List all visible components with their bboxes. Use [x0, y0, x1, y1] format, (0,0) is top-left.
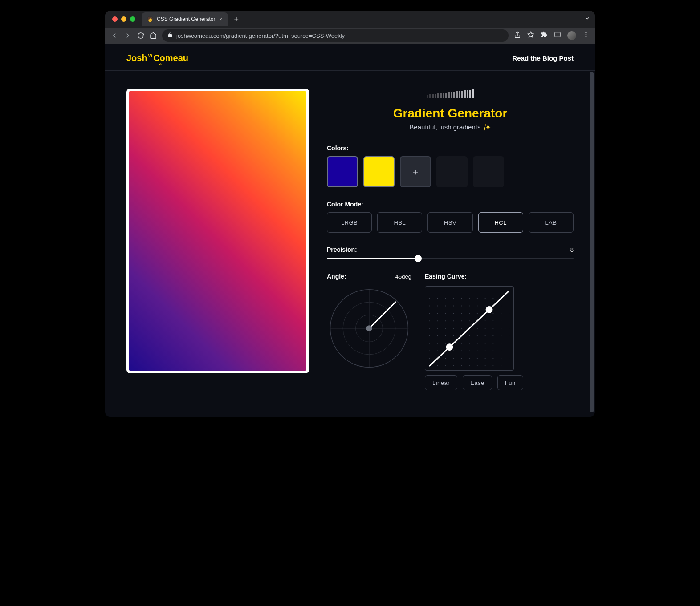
svg-point-50: [453, 313, 454, 314]
svg-point-87: [485, 335, 486, 336]
browser-window: 🧑 CSS Gradient Generator × +: [105, 11, 595, 417]
svg-point-92: [437, 343, 438, 344]
color-swatch-0[interactable]: [327, 156, 358, 187]
color-swatch-empty: [436, 156, 468, 187]
site-logo[interactable]: JoshWComeau ⌃: [126, 53, 188, 63]
window-close-button[interactable]: [112, 16, 118, 22]
svg-point-4: [586, 32, 587, 33]
extensions-icon[interactable]: [541, 31, 548, 40]
window-maximize-button[interactable]: [130, 16, 135, 22]
svg-point-36: [429, 306, 430, 307]
nav-forward-button[interactable]: [124, 32, 132, 40]
svg-point-115: [445, 358, 446, 359]
share-icon[interactable]: [514, 31, 521, 40]
svg-point-17: [453, 291, 454, 291]
svg-marker-1: [528, 32, 533, 37]
easing-curve-editor[interactable]: [425, 286, 514, 371]
svg-point-119: [477, 358, 478, 359]
svg-point-83: [453, 335, 454, 336]
svg-point-67: [501, 320, 501, 321]
svg-point-131: [485, 365, 486, 366]
svg-point-37: [437, 306, 438, 307]
angle-dial[interactable]: [327, 286, 411, 371]
svg-point-21: [485, 291, 486, 291]
easing-preset-ease[interactable]: Ease: [463, 375, 492, 390]
color-mode-hsv[interactable]: HSV: [427, 212, 472, 233]
easing-preset-linear[interactable]: Linear: [425, 375, 457, 390]
svg-point-133: [501, 365, 501, 366]
precision-slider[interactable]: [327, 258, 574, 259]
svg-point-14: [429, 291, 430, 291]
new-tab-button[interactable]: +: [232, 15, 242, 24]
main-content: Gradient Generator Beautiful, lush gradi…: [105, 71, 595, 417]
browser-tab[interactable]: 🧑 CSS Gradient Generator ×: [142, 12, 228, 26]
svg-point-97: [477, 343, 478, 344]
browser-toolbar: joshwcomeau.com/gradient-generator/?utm_…: [105, 28, 595, 44]
colors-label: Colors:: [327, 145, 574, 152]
svg-point-103: [437, 350, 438, 351]
svg-point-96: [469, 343, 470, 344]
svg-point-49: [445, 313, 446, 314]
svg-point-75: [477, 328, 478, 329]
svg-point-60: [445, 320, 446, 321]
svg-point-128: [461, 365, 462, 366]
color-mode-lab[interactable]: LAB: [529, 212, 574, 233]
tab-close-icon[interactable]: ×: [219, 16, 222, 23]
color-mode-label: Color Mode:: [327, 201, 574, 208]
svg-point-45: [501, 306, 501, 307]
svg-point-129: [469, 365, 470, 366]
bookmark-star-icon[interactable]: [527, 31, 534, 40]
decorative-bars: [327, 89, 574, 98]
page-title: Gradient Generator: [327, 106, 574, 121]
svg-point-51: [461, 313, 462, 314]
svg-point-22: [492, 291, 493, 291]
svg-point-81: [437, 335, 438, 336]
svg-point-6: [586, 36, 587, 37]
kebab-menu-icon[interactable]: [582, 31, 590, 40]
window-minimize-button[interactable]: [121, 16, 126, 22]
add-color-button[interactable]: ＋: [400, 156, 431, 187]
svg-point-91: [429, 343, 430, 344]
svg-point-38: [445, 306, 446, 307]
address-bar[interactable]: joshwcomeau.com/gradient-generator/?utm_…: [162, 29, 509, 42]
easing-handle-1[interactable]: [446, 343, 453, 351]
easing-handle-2[interactable]: [486, 306, 493, 313]
easing-label: Easing Curve:: [425, 273, 523, 280]
nav-home-button[interactable]: [150, 32, 157, 39]
profile-avatar[interactable]: [567, 31, 576, 40]
svg-point-29: [461, 298, 462, 299]
svg-point-98: [485, 343, 486, 344]
svg-point-55: [492, 313, 493, 314]
window-controls: [110, 16, 138, 22]
color-mode-hsl[interactable]: HSL: [377, 212, 422, 233]
svg-point-42: [477, 306, 478, 307]
svg-point-134: [509, 365, 509, 366]
color-mode-hcl[interactable]: HCL: [478, 212, 523, 233]
svg-point-113: [429, 358, 430, 359]
svg-point-27: [445, 298, 446, 299]
blog-post-link[interactable]: Read the Blog Post: [512, 54, 574, 62]
color-mode-options: LRGBHSLHSVHCLLAB: [327, 212, 574, 233]
svg-point-111: [501, 350, 501, 351]
color-mode-lrgb[interactable]: LRGB: [327, 212, 372, 233]
scrollbar[interactable]: [590, 72, 594, 412]
panel-icon[interactable]: [554, 31, 561, 40]
nav-reload-button[interactable]: [137, 32, 144, 39]
logo-last: Comeau: [153, 53, 188, 63]
angle-section: Angle: 45deg: [327, 273, 411, 390]
gradient-preview: [126, 89, 309, 373]
nav-back-button[interactable]: [110, 32, 118, 40]
color-mode-section: Color Mode: LRGBHSLHSVHCLLAB: [327, 201, 574, 233]
svg-point-76: [485, 328, 486, 329]
svg-point-106: [461, 350, 462, 351]
easing-preset-fun[interactable]: Fun: [497, 375, 523, 390]
tab-favicon: 🧑: [147, 16, 153, 22]
precision-slider-thumb[interactable]: [415, 255, 422, 262]
color-swatch-1[interactable]: [363, 156, 395, 187]
url-text: joshwcomeau.com/gradient-generator/?utm_…: [176, 32, 345, 39]
precision-label: Precision:: [327, 246, 357, 253]
browser-chrome: 🧑 CSS Gradient Generator × +: [105, 11, 595, 44]
tabs-overflow-icon[interactable]: [584, 15, 590, 23]
angle-label: Angle:: [327, 273, 346, 280]
svg-point-69: [429, 328, 430, 329]
